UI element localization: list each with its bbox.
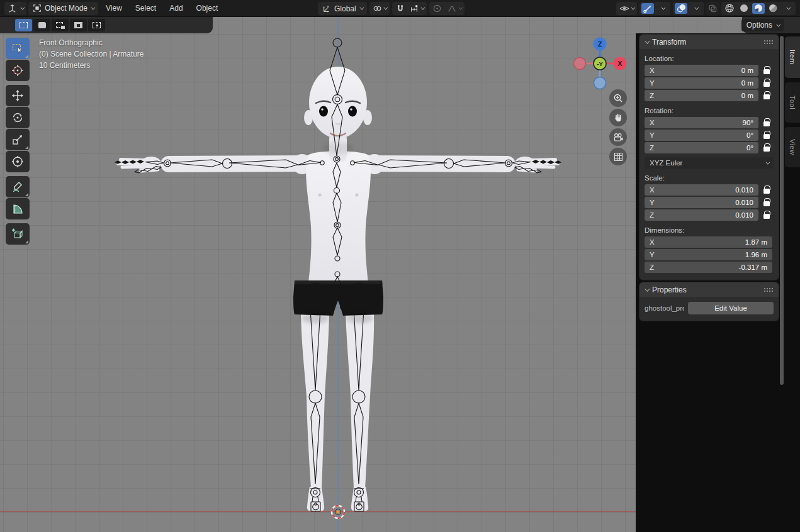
- tab-item[interactable]: Item: [785, 36, 800, 78]
- pan-button[interactable]: [609, 109, 627, 126]
- sidebar-panels: Transform Location: X 0 m Y 0 m: [639, 35, 779, 323]
- panel-grip-icon[interactable]: [763, 40, 774, 45]
- scale-label: Scale:: [645, 174, 774, 182]
- lock-icon[interactable]: [763, 82, 770, 87]
- menu-view[interactable]: View: [100, 2, 128, 15]
- location-z-field[interactable]: Z 0 m: [645, 90, 758, 101]
- snap-increment-icon: [410, 4, 419, 13]
- menu-add[interactable]: Add: [164, 2, 188, 15]
- menu-object[interactable]: Object: [191, 2, 224, 15]
- pivot-point-button[interactable]: [371, 3, 388, 14]
- transform-panel-header[interactable]: Transform: [639, 35, 779, 49]
- gizmo-axis-x-negative[interactable]: [574, 58, 586, 70]
- rotate-tool-button[interactable]: [6, 107, 30, 128]
- collapse-chevron-icon: [645, 38, 650, 43]
- rotation-z-field[interactable]: Z 0°: [645, 142, 758, 153]
- sidebar-tabstrip: Item Tool View: [785, 36, 800, 167]
- magnifier-plus-icon: [613, 93, 623, 103]
- scale-tool-button[interactable]: [6, 129, 30, 150]
- annotate-tool-button[interactable]: [6, 176, 30, 197]
- xray-toggle[interactable]: [706, 2, 719, 15]
- overlays-dropdown[interactable]: [689, 3, 702, 14]
- measure-tool-button[interactable]: [6, 198, 30, 219]
- chevron-down-icon: [20, 5, 25, 9]
- select-mode-intersect-button[interactable]: [88, 19, 105, 31]
- dimensions-y-field[interactable]: Y 1.96 m: [645, 249, 772, 260]
- lock-icon[interactable]: [763, 147, 770, 152]
- lock-icon[interactable]: [763, 69, 770, 74]
- proportional-edit-button[interactable]: [431, 3, 444, 14]
- shading-material-button[interactable]: [752, 3, 765, 14]
- show-gizmo-toggle[interactable]: [641, 3, 654, 14]
- select-mode-new-button[interactable]: [15, 19, 32, 31]
- gizmo-neg-y-label: -Y: [597, 60, 603, 67]
- zoom-button[interactable]: [609, 89, 627, 107]
- properties-panel-header[interactable]: Properties: [639, 282, 779, 297]
- rotation-x-field[interactable]: X 90°: [645, 117, 758, 128]
- rotation-z-row: Z 0°: [645, 142, 775, 153]
- rotation-y-row: Y 0°: [645, 130, 775, 141]
- transform-tool-button[interactable]: [6, 151, 30, 172]
- select-mode-subtract-button[interactable]: [52, 19, 69, 31]
- navigation-gizmo[interactable]: Z X -Y: [568, 32, 631, 95]
- lock-icon[interactable]: [763, 94, 770, 99]
- shading-rendered-button[interactable]: [767, 3, 779, 14]
- shading-wireframe-button[interactable]: [723, 3, 736, 14]
- menu-select[interactable]: Select: [130, 2, 162, 15]
- select-box-tool-button[interactable]: [6, 38, 30, 59]
- mode-dropdown[interactable]: Object Mode: [28, 2, 98, 15]
- wireframe-sphere-icon: [724, 3, 735, 13]
- edit-value-button[interactable]: Edit Value: [688, 302, 774, 314]
- orientation-dropdown[interactable]: Global: [318, 2, 367, 15]
- chevron-down-icon: [661, 5, 665, 9]
- editor-type-button[interactable]: [4, 2, 26, 15]
- gizmo-dropdown[interactable]: [656, 3, 668, 14]
- location-y-field[interactable]: Y 0 m: [645, 77, 758, 89]
- shading-dropdown[interactable]: [781, 3, 794, 14]
- snap-toggle-button[interactable]: [394, 3, 407, 14]
- grid-scale-label: 10 Centimeters: [39, 60, 144, 71]
- camera-icon: [613, 133, 624, 142]
- move-tool-button[interactable]: [6, 85, 30, 106]
- rendered-sphere-icon: [768, 3, 778, 13]
- transform-panel: Transform Location: X 0 m Y 0 m: [639, 35, 779, 280]
- lock-icon[interactable]: [763, 189, 770, 194]
- snap-target-dropdown[interactable]: [408, 3, 425, 14]
- lock-icon[interactable]: [763, 134, 770, 139]
- select-mode-invert-button[interactable]: [70, 19, 87, 31]
- lock-icon[interactable]: [763, 121, 770, 126]
- rotation-mode-dropdown[interactable]: XYZ Euler: [645, 157, 774, 169]
- sidebar-scrollbar[interactable]: [780, 36, 784, 385]
- scale-x-field[interactable]: X 0.010: [645, 184, 758, 196]
- rotation-y-field[interactable]: Y 0°: [645, 130, 758, 141]
- chevron-down-icon: [420, 6, 425, 10]
- tab-tool[interactable]: Tool: [785, 82, 800, 123]
- show-hide-dropdown[interactable]: [618, 3, 635, 14]
- dimensions-x-field[interactable]: X 1.87 m: [645, 236, 772, 248]
- tab-view[interactable]: View: [785, 127, 800, 167]
- cursor-tool-button[interactable]: [6, 60, 30, 81]
- scale-z-field[interactable]: Z 0.010: [645, 209, 758, 221]
- shading-solid-button[interactable]: [738, 3, 750, 14]
- options-button[interactable]: Options: [741, 19, 784, 31]
- dimensions-z-field[interactable]: Z -0.317 m: [645, 262, 772, 273]
- gizmo-x-label: X: [617, 60, 623, 67]
- select-intersect-icon: [93, 22, 101, 28]
- scale-y-field[interactable]: Y 0.010: [645, 197, 758, 208]
- active-object-label: (0) Scene Collection | Armature: [39, 48, 144, 60]
- chevron-down-icon: [359, 6, 364, 10]
- lock-icon[interactable]: [763, 214, 770, 219]
- proportional-falloff-dropdown[interactable]: [446, 3, 463, 14]
- add-primitive-tool-button[interactable]: [6, 223, 30, 245]
- show-overlays-toggle[interactable]: [675, 3, 687, 14]
- select-box-icon: [11, 42, 24, 55]
- location-x-field[interactable]: X 0 m: [645, 65, 758, 76]
- lock-icon[interactable]: [763, 201, 770, 206]
- gizmo-axis-z-negative[interactable]: [594, 77, 606, 89]
- camera-view-button[interactable]: [609, 128, 627, 146]
- select-mode-extend-button[interactable]: [33, 19, 50, 31]
- panel-grip-icon[interactable]: [763, 287, 774, 292]
- properties-panel: Properties ghostool_pro... Edit Value: [639, 282, 779, 321]
- toggle-perspective-grid-button[interactable]: [609, 148, 627, 165]
- viewport-overlay-text: Front Orthographic (0) Scene Collection …: [39, 37, 144, 71]
